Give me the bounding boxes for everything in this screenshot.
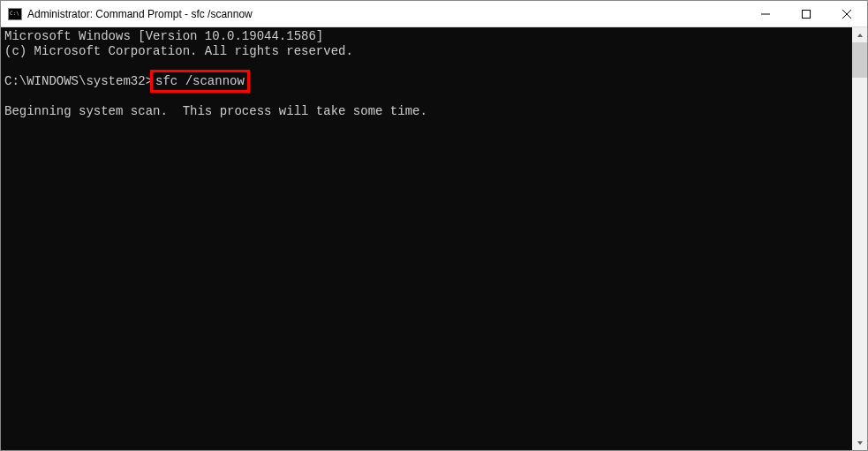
cmd-icon [8, 8, 22, 20]
minimize-button[interactable] [745, 1, 786, 26]
window-controls [745, 1, 867, 26]
terminal-line: Beginning system scan. This process will… [4, 104, 427, 118]
maximize-button[interactable] [786, 1, 826, 26]
vertical-scrollbar[interactable] [852, 27, 867, 450]
terminal-command: sfc /scannow [155, 74, 245, 88]
command-highlight: sfc /scannow [150, 70, 250, 93]
window-title: Administrator: Command Prompt - sfc /sca… [27, 8, 745, 20]
scrollbar-thumb[interactable] [852, 42, 867, 78]
scroll-up-button[interactable] [852, 27, 867, 42]
scroll-down-button[interactable] [852, 435, 867, 450]
terminal-line: (c) Microsoft Corporation. All rights re… [4, 44, 353, 58]
svg-marker-4 [857, 34, 863, 37]
scrollbar-track[interactable] [852, 42, 867, 435]
terminal-line: Microsoft Windows [Version 10.0.19044.15… [4, 29, 323, 43]
terminal-output[interactable]: Microsoft Windows [Version 10.0.19044.15… [1, 27, 852, 450]
command-prompt-window: Administrator: Command Prompt - sfc /sca… [0, 0, 868, 451]
terminal-area: Microsoft Windows [Version 10.0.19044.15… [1, 27, 867, 450]
svg-marker-5 [857, 441, 863, 445]
svg-rect-1 [803, 10, 811, 18]
terminal-prompt: C:\WINDOWS\system32> [4, 74, 153, 88]
close-button[interactable] [826, 1, 867, 26]
titlebar[interactable]: Administrator: Command Prompt - sfc /sca… [1, 1, 867, 27]
